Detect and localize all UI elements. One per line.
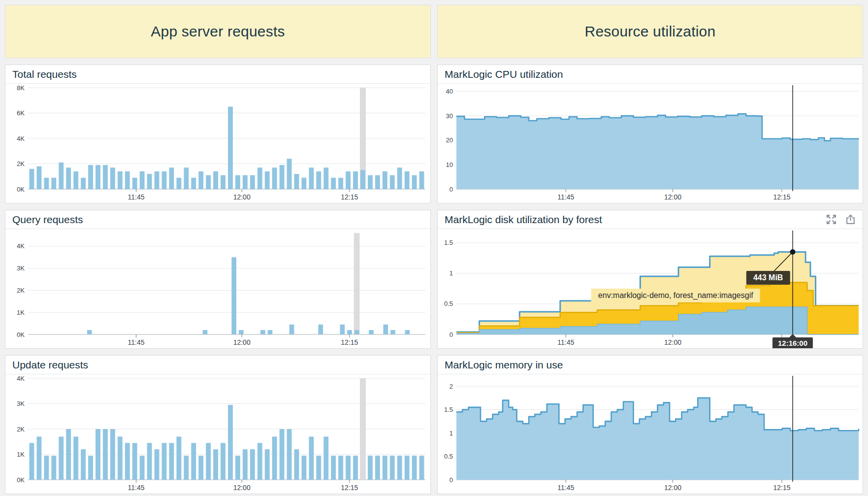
- svg-text:20: 20: [446, 136, 453, 144]
- panel-total-requests: Total requests 0K2K4K6K8K11:4512:0012:15: [5, 65, 431, 203]
- svg-text:1: 1: [450, 269, 453, 277]
- svg-text:12:00: 12:00: [664, 484, 681, 492]
- svg-text:12:15: 12:15: [341, 193, 358, 201]
- panel-title-total-requests: Total requests: [12, 68, 77, 80]
- svg-text:11:45: 11:45: [557, 484, 574, 492]
- svg-text:30: 30: [446, 112, 453, 120]
- panel-memory-in-use: MarkLogic memory in use 00.511.5211:4512…: [437, 355, 863, 494]
- panel-title-row: MarkLogic memory in use: [438, 356, 863, 374]
- svg-text:0K: 0K: [17, 331, 25, 338]
- svg-text:1K: 1K: [17, 309, 25, 316]
- panel-query-requests: Query requests 0K1K2K3K4K11:4512:0012:15: [5, 210, 431, 349]
- total-requests-chart[interactable]: 0K2K4K6K8K11:4512:0012:15: [5, 84, 430, 203]
- svg-text:11:45: 11:45: [128, 193, 145, 201]
- svg-text:3K: 3K: [17, 400, 25, 407]
- panel-disk-utilization: MarkLogic disk utilization by forest 00.…: [437, 210, 863, 349]
- tooltip-series-label: env:marklogic-demo, forest_name:imagesgi…: [591, 289, 760, 302]
- panel-title-update-requests: Update requests: [12, 359, 88, 371]
- group-title-app-server-requests: App server requests: [151, 23, 285, 40]
- svg-text:1.5: 1.5: [444, 406, 453, 413]
- group-header-resource-utilization: Resource utilization: [437, 5, 863, 58]
- update-requests-chart[interactable]: 0K1K2K3K4K11:4512:0012:15: [5, 374, 430, 494]
- panel-title-query-requests: Query requests: [12, 214, 83, 226]
- chart-svg: 0K1K2K3K4K11:4512:0012:15: [5, 229, 430, 348]
- svg-text:11:45: 11:45: [128, 338, 145, 346]
- svg-text:3K: 3K: [17, 265, 25, 272]
- svg-text:4K: 4K: [17, 375, 25, 382]
- svg-text:12:15: 12:15: [341, 338, 358, 346]
- svg-text:2K: 2K: [17, 160, 25, 167]
- svg-text:0.5: 0.5: [444, 453, 453, 460]
- svg-text:2K: 2K: [17, 287, 25, 294]
- group-title-resource-utilization: Resource utilization: [585, 23, 716, 40]
- svg-text:12:00: 12:00: [233, 484, 251, 492]
- svg-text:1: 1: [450, 430, 453, 437]
- svg-text:0: 0: [450, 476, 453, 484]
- panel-title-row: Query requests: [5, 210, 430, 229]
- expand-icon[interactable]: [826, 214, 836, 225]
- panel-cpu-utilization: MarkLogic CPU utilization 01020304011:45…: [437, 65, 863, 203]
- tooltip-value: 443 MiB: [746, 271, 790, 285]
- svg-text:11:45: 11:45: [557, 193, 574, 201]
- panel-actions: [826, 214, 856, 225]
- svg-text:12:00: 12:00: [233, 338, 251, 346]
- svg-text:0.5: 0.5: [444, 300, 453, 307]
- svg-text:1K: 1K: [17, 451, 25, 458]
- panel-title-row: MarkLogic disk utilization by forest: [438, 210, 863, 229]
- panel-title-row: Total requests: [5, 65, 430, 84]
- svg-text:1.5: 1.5: [444, 239, 453, 246]
- chart-svg: 00.511.5211:4512:0012:15: [438, 374, 863, 494]
- svg-text:4K: 4K: [17, 242, 25, 250]
- svg-text:40: 40: [446, 88, 453, 95]
- svg-text:0K: 0K: [17, 476, 25, 484]
- svg-text:12:15: 12:15: [773, 484, 790, 492]
- svg-text:6K: 6K: [17, 109, 25, 117]
- panel-title-disk-utilization: MarkLogic disk utilization by forest: [445, 214, 602, 226]
- share-icon[interactable]: [845, 214, 856, 225]
- svg-text:0: 0: [450, 331, 453, 338]
- chart-svg: 0K2K4K6K8K11:4512:0012:15: [5, 84, 430, 203]
- chart-svg: 0K1K2K3K4K11:4512:0012:15: [5, 374, 430, 494]
- svg-text:11:45: 11:45: [557, 338, 574, 346]
- dashboard-grid: App server requests Resource utilization…: [0, 0, 868, 496]
- svg-text:11:45: 11:45: [128, 484, 145, 492]
- panel-update-requests: Update requests 0K1K2K3K4K11:4512:0012:1…: [5, 355, 431, 494]
- svg-text:2: 2: [450, 383, 453, 390]
- svg-text:12:00: 12:00: [664, 193, 681, 201]
- group-header-app-server-requests: App server requests: [5, 5, 431, 58]
- disk-utilization-chart[interactable]: 00.511.511:4512:0012:15 env:marklogic-de…: [438, 229, 863, 348]
- svg-text:4K: 4K: [17, 135, 25, 142]
- svg-text:12:15: 12:15: [773, 193, 790, 201]
- cpu-utilization-chart[interactable]: 01020304011:4512:0012:15: [438, 84, 863, 203]
- tooltip-timestamp: 12:16:00: [772, 337, 813, 348]
- panel-title-row: Update requests: [5, 356, 430, 374]
- query-requests-chart[interactable]: 0K1K2K3K4K11:4512:0012:15: [5, 229, 430, 348]
- panel-title-row: MarkLogic CPU utilization: [438, 65, 863, 84]
- svg-text:12:00: 12:00: [664, 338, 681, 346]
- panel-title-cpu-utilization: MarkLogic CPU utilization: [445, 68, 563, 80]
- svg-text:12:15: 12:15: [341, 484, 358, 492]
- svg-text:0K: 0K: [17, 186, 25, 193]
- svg-text:2K: 2K: [17, 426, 25, 433]
- svg-text:8K: 8K: [17, 84, 25, 92]
- svg-text:12:00: 12:00: [233, 193, 251, 201]
- svg-text:0: 0: [450, 186, 453, 193]
- svg-text:10: 10: [446, 161, 453, 168]
- memory-in-use-chart[interactable]: 00.511.5211:4512:0012:15: [438, 374, 863, 494]
- chart-svg: 01020304011:4512:0012:15: [438, 84, 863, 203]
- panel-title-memory-in-use: MarkLogic memory in use: [445, 359, 563, 371]
